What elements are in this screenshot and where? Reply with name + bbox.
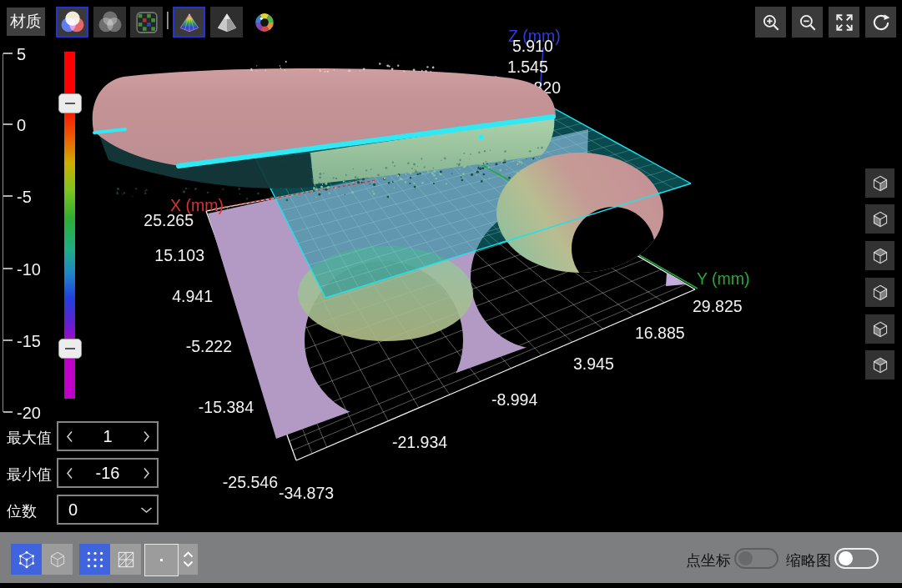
point-dot-icon [160,559,163,561]
x-tick: -5.222 [186,337,232,355]
view-front-button[interactable] [865,168,894,198]
z-tick: 1.545 [507,58,548,76]
colorbar-tick-mark [3,268,13,269]
bayer-pattern-icon [135,11,159,34]
toggle-knob [839,551,853,565]
y-tick: 3.945 [573,354,614,373]
view-cube-icon [869,354,891,376]
y-tick: -34.873 [279,484,334,502]
y-tick: -8.994 [491,390,537,409]
digits-value: 0 [58,500,135,520]
point-coordinates-label: 点坐标 [686,550,731,570]
x-tick: 25.265 [144,211,194,229]
chevron-up-icon[interactable] [183,551,194,558]
material-label: 材质 [10,11,42,33]
channels-disabled-icon [98,11,122,34]
colorbar-tick-mark [3,53,13,54]
rgb-color-mode-button[interactable] [56,7,88,38]
colorbar-tick-mark [3,411,13,413]
toolbar-separator: | [165,8,170,30]
point-render-button[interactable] [79,544,110,575]
increment-icon[interactable] [135,430,157,443]
view-cube-icon [869,282,891,304]
height-colormap-icon [178,11,201,34]
show-points-button[interactable] [11,544,42,575]
channels-disabled-button[interactable] [93,7,126,38]
chevron-down-icon[interactable] [135,506,157,514]
max-value[interactable]: 1 [80,427,135,446]
view-cube-icon [869,209,891,230]
view-cube-icon [869,173,891,194]
view-bottom-button[interactable] [865,350,894,379]
max-value-label: 最大值 [7,428,55,448]
decrement-icon[interactable] [58,430,80,443]
reset-view-icon [870,12,892,33]
rgb-channels-icon [61,11,84,34]
view-left-button[interactable] [865,241,894,270]
x-tick: -15.384 [199,398,254,416]
colorbar-tick-label: 5 [17,45,53,63]
thumbnail-toggle[interactable] [834,548,879,569]
colorbar-max-handle[interactable] [58,93,82,113]
chevron-down-icon[interactable] [183,560,194,567]
max-value-stepper[interactable]: 1 [57,421,159,451]
min-value[interactable]: -16 [80,464,135,483]
digits-label: 位数 [7,501,55,521]
colorbar-tick-mark [3,195,13,197]
x-tick: 4.941 [172,287,213,305]
fit-view-button[interactable] [829,7,859,38]
z-tick: 5.910 [512,37,553,55]
point-size-stepper[interactable] [179,544,198,575]
min-value-stepper[interactable]: -16 [57,458,159,488]
bayer-pattern-button[interactable] [130,7,163,38]
y-tick: -21.934 [392,433,447,451]
application-window: -2.820 X (mm) Y (mm) Z (mm) 25.265 15.10… [0,0,902,588]
colorbar-min-handle[interactable] [58,339,82,359]
min-value-label: 最小值 [7,465,55,485]
dots-grid-icon [84,549,106,570]
toggle-knob [738,551,753,565]
show-solid-button[interactable] [42,544,73,575]
solid-surface-button[interactable] [210,7,243,38]
solid-surface-icon [215,11,239,34]
colorbar-tick-mark [3,339,13,341]
colorbar-tick-label: -20 [17,404,53,422]
zoom-in-icon [760,12,782,33]
height-colormap-button[interactable] [173,7,205,38]
point-coordinates-toggle[interactable] [734,548,779,569]
colorbar-tick-label: 0 [17,116,53,134]
reset-view-button[interactable] [865,7,896,38]
point-size-preview [144,544,179,576]
bottom-toolbar: 点坐标 缩略图 [0,532,902,583]
fit-view-icon [834,12,855,33]
view-right-button[interactable] [865,278,894,307]
increment-icon[interactable] [135,467,157,480]
decrement-icon[interactable] [58,467,80,480]
cube-vertices-icon [16,549,38,570]
zoom-in-button[interactable] [755,7,786,38]
x-tick: -25.546 [223,473,278,491]
thumbnail-label: 缩略图 [786,550,831,570]
mesh-render-button[interactable] [110,544,141,575]
x-tick: 15.103 [154,246,204,264]
digits-dropdown[interactable]: 0 [57,495,159,525]
colorbar-tick-label: -10 [17,260,53,279]
color-wheel-button[interactable] [248,7,280,38]
color-wheel-icon [253,11,276,34]
y-axis-label: Y (mm) [697,269,750,288]
colorbar-tick-mark [3,123,13,125]
colorbar-tick-label: -5 [17,188,53,206]
zoom-out-icon [797,12,819,33]
cube-outline-icon [47,549,68,570]
y-tick: 16.885 [635,324,685,342]
material-button[interactable]: 材质 [7,8,45,36]
mesh-grid-icon [115,549,137,570]
colorbar-axis [3,53,3,412]
view-cube-icon [869,319,891,340]
view-top-button[interactable] [865,314,894,344]
view-cube-icon [869,245,891,267]
y-tick: 29.825 [693,297,743,315]
view-back-button[interactable] [865,204,894,234]
zoom-out-button[interactable] [792,7,823,38]
colorbar-tick-label: -15 [17,332,53,350]
